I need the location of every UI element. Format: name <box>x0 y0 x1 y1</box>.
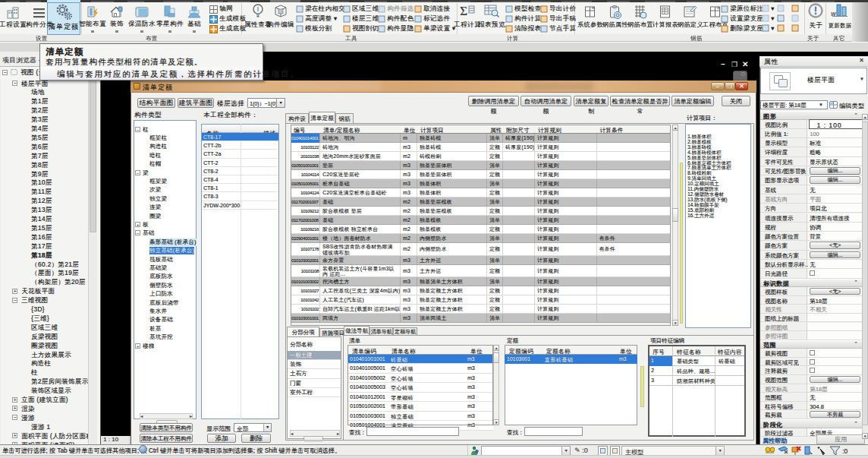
svg-text:+: + <box>591 5 595 11</box>
svg-text:Σ: Σ <box>460 4 467 18</box>
svg-text:+: + <box>716 5 720 11</box>
